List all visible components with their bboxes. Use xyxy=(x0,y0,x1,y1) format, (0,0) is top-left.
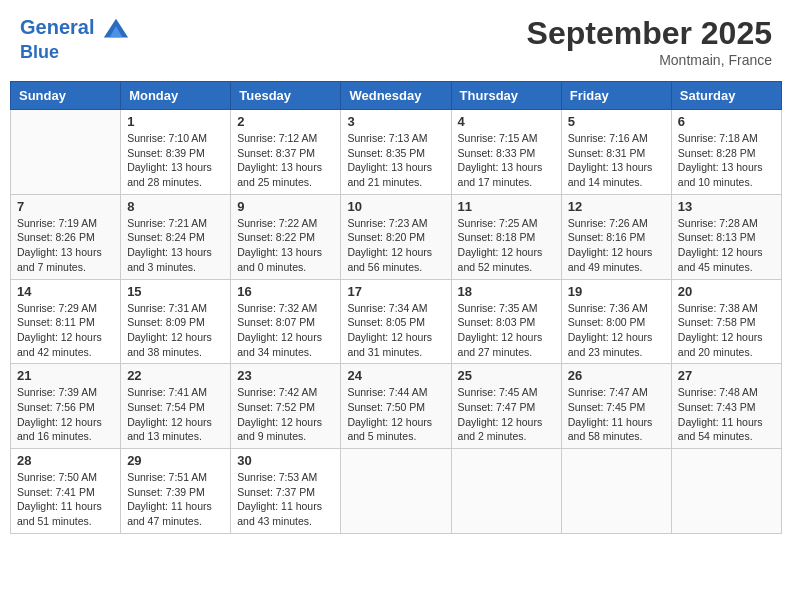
calendar-cell: 22Sunrise: 7:41 AM Sunset: 7:54 PM Dayli… xyxy=(121,364,231,449)
day-info: Sunrise: 7:26 AM Sunset: 8:16 PM Dayligh… xyxy=(568,216,665,275)
day-info: Sunrise: 7:34 AM Sunset: 8:05 PM Dayligh… xyxy=(347,301,444,360)
calendar-cell: 18Sunrise: 7:35 AM Sunset: 8:03 PM Dayli… xyxy=(451,279,561,364)
day-number: 27 xyxy=(678,368,775,383)
calendar-cell: 12Sunrise: 7:26 AM Sunset: 8:16 PM Dayli… xyxy=(561,194,671,279)
logo-blue: Blue xyxy=(20,43,130,63)
calendar-cell xyxy=(561,449,671,534)
day-number: 18 xyxy=(458,284,555,299)
day-number: 21 xyxy=(17,368,114,383)
day-info: Sunrise: 7:47 AM Sunset: 7:45 PM Dayligh… xyxy=(568,385,665,444)
day-info: Sunrise: 7:38 AM Sunset: 7:58 PM Dayligh… xyxy=(678,301,775,360)
calendar-cell: 11Sunrise: 7:25 AM Sunset: 8:18 PM Dayli… xyxy=(451,194,561,279)
weekday-header: Thursday xyxy=(451,82,561,110)
calendar-cell xyxy=(451,449,561,534)
calendar-cell: 7Sunrise: 7:19 AM Sunset: 8:26 PM Daylig… xyxy=(11,194,121,279)
day-number: 3 xyxy=(347,114,444,129)
day-info: Sunrise: 7:35 AM Sunset: 8:03 PM Dayligh… xyxy=(458,301,555,360)
day-number: 4 xyxy=(458,114,555,129)
calendar-cell: 4Sunrise: 7:15 AM Sunset: 8:33 PM Daylig… xyxy=(451,110,561,195)
day-number: 23 xyxy=(237,368,334,383)
day-number: 24 xyxy=(347,368,444,383)
calendar-cell: 19Sunrise: 7:36 AM Sunset: 8:00 PM Dayli… xyxy=(561,279,671,364)
calendar-cell: 15Sunrise: 7:31 AM Sunset: 8:09 PM Dayli… xyxy=(121,279,231,364)
day-number: 6 xyxy=(678,114,775,129)
day-number: 9 xyxy=(237,199,334,214)
calendar-week-row: 1Sunrise: 7:10 AM Sunset: 8:39 PM Daylig… xyxy=(11,110,782,195)
calendar-cell: 28Sunrise: 7:50 AM Sunset: 7:41 PM Dayli… xyxy=(11,449,121,534)
day-number: 19 xyxy=(568,284,665,299)
location: Montmain, France xyxy=(527,52,772,68)
day-number: 20 xyxy=(678,284,775,299)
day-number: 5 xyxy=(568,114,665,129)
day-info: Sunrise: 7:10 AM Sunset: 8:39 PM Dayligh… xyxy=(127,131,224,190)
day-number: 17 xyxy=(347,284,444,299)
day-number: 7 xyxy=(17,199,114,214)
month-year: September 2025 xyxy=(527,15,772,52)
day-info: Sunrise: 7:42 AM Sunset: 7:52 PM Dayligh… xyxy=(237,385,334,444)
calendar-cell: 1Sunrise: 7:10 AM Sunset: 8:39 PM Daylig… xyxy=(121,110,231,195)
calendar-cell: 17Sunrise: 7:34 AM Sunset: 8:05 PM Dayli… xyxy=(341,279,451,364)
calendar-week-row: 14Sunrise: 7:29 AM Sunset: 8:11 PM Dayli… xyxy=(11,279,782,364)
logo-text: General xyxy=(20,15,130,43)
day-info: Sunrise: 7:21 AM Sunset: 8:24 PM Dayligh… xyxy=(127,216,224,275)
calendar-cell: 29Sunrise: 7:51 AM Sunset: 7:39 PM Dayli… xyxy=(121,449,231,534)
calendar-cell: 10Sunrise: 7:23 AM Sunset: 8:20 PM Dayli… xyxy=(341,194,451,279)
day-info: Sunrise: 7:51 AM Sunset: 7:39 PM Dayligh… xyxy=(127,470,224,529)
calendar-cell: 3Sunrise: 7:13 AM Sunset: 8:35 PM Daylig… xyxy=(341,110,451,195)
day-info: Sunrise: 7:13 AM Sunset: 8:35 PM Dayligh… xyxy=(347,131,444,190)
day-info: Sunrise: 7:18 AM Sunset: 8:28 PM Dayligh… xyxy=(678,131,775,190)
day-info: Sunrise: 7:22 AM Sunset: 8:22 PM Dayligh… xyxy=(237,216,334,275)
day-info: Sunrise: 7:39 AM Sunset: 7:56 PM Dayligh… xyxy=(17,385,114,444)
day-number: 26 xyxy=(568,368,665,383)
calendar-cell xyxy=(341,449,451,534)
day-number: 15 xyxy=(127,284,224,299)
day-number: 13 xyxy=(678,199,775,214)
calendar-cell: 25Sunrise: 7:45 AM Sunset: 7:47 PM Dayli… xyxy=(451,364,561,449)
day-info: Sunrise: 7:29 AM Sunset: 8:11 PM Dayligh… xyxy=(17,301,114,360)
day-info: Sunrise: 7:45 AM Sunset: 7:47 PM Dayligh… xyxy=(458,385,555,444)
calendar-cell: 23Sunrise: 7:42 AM Sunset: 7:52 PM Dayli… xyxy=(231,364,341,449)
day-info: Sunrise: 7:16 AM Sunset: 8:31 PM Dayligh… xyxy=(568,131,665,190)
weekday-header: Monday xyxy=(121,82,231,110)
calendar-cell: 16Sunrise: 7:32 AM Sunset: 8:07 PM Dayli… xyxy=(231,279,341,364)
weekday-header: Sunday xyxy=(11,82,121,110)
day-number: 30 xyxy=(237,453,334,468)
day-info: Sunrise: 7:23 AM Sunset: 8:20 PM Dayligh… xyxy=(347,216,444,275)
day-number: 11 xyxy=(458,199,555,214)
calendar-cell: 24Sunrise: 7:44 AM Sunset: 7:50 PM Dayli… xyxy=(341,364,451,449)
day-info: Sunrise: 7:15 AM Sunset: 8:33 PM Dayligh… xyxy=(458,131,555,190)
day-number: 8 xyxy=(127,199,224,214)
day-info: Sunrise: 7:32 AM Sunset: 8:07 PM Dayligh… xyxy=(237,301,334,360)
day-number: 25 xyxy=(458,368,555,383)
calendar-header-row: SundayMondayTuesdayWednesdayThursdayFrid… xyxy=(11,82,782,110)
calendar-cell: 30Sunrise: 7:53 AM Sunset: 7:37 PM Dayli… xyxy=(231,449,341,534)
calendar-cell: 13Sunrise: 7:28 AM Sunset: 8:13 PM Dayli… xyxy=(671,194,781,279)
weekday-header: Tuesday xyxy=(231,82,341,110)
calendar-cell: 27Sunrise: 7:48 AM Sunset: 7:43 PM Dayli… xyxy=(671,364,781,449)
calendar-week-row: 28Sunrise: 7:50 AM Sunset: 7:41 PM Dayli… xyxy=(11,449,782,534)
day-info: Sunrise: 7:19 AM Sunset: 8:26 PM Dayligh… xyxy=(17,216,114,275)
day-number: 14 xyxy=(17,284,114,299)
calendar-cell: 8Sunrise: 7:21 AM Sunset: 8:24 PM Daylig… xyxy=(121,194,231,279)
day-info: Sunrise: 7:12 AM Sunset: 8:37 PM Dayligh… xyxy=(237,131,334,190)
calendar-cell: 14Sunrise: 7:29 AM Sunset: 8:11 PM Dayli… xyxy=(11,279,121,364)
calendar-cell: 5Sunrise: 7:16 AM Sunset: 8:31 PM Daylig… xyxy=(561,110,671,195)
calendar-cell: 21Sunrise: 7:39 AM Sunset: 7:56 PM Dayli… xyxy=(11,364,121,449)
day-number: 1 xyxy=(127,114,224,129)
calendar-cell: 6Sunrise: 7:18 AM Sunset: 8:28 PM Daylig… xyxy=(671,110,781,195)
day-info: Sunrise: 7:31 AM Sunset: 8:09 PM Dayligh… xyxy=(127,301,224,360)
title-block: September 2025 Montmain, France xyxy=(527,15,772,68)
day-info: Sunrise: 7:44 AM Sunset: 7:50 PM Dayligh… xyxy=(347,385,444,444)
day-info: Sunrise: 7:48 AM Sunset: 7:43 PM Dayligh… xyxy=(678,385,775,444)
calendar-cell: 26Sunrise: 7:47 AM Sunset: 7:45 PM Dayli… xyxy=(561,364,671,449)
day-number: 12 xyxy=(568,199,665,214)
calendar-cell: 2Sunrise: 7:12 AM Sunset: 8:37 PM Daylig… xyxy=(231,110,341,195)
calendar-cell xyxy=(671,449,781,534)
weekday-header: Saturday xyxy=(671,82,781,110)
calendar-cell xyxy=(11,110,121,195)
day-info: Sunrise: 7:50 AM Sunset: 7:41 PM Dayligh… xyxy=(17,470,114,529)
calendar-table: SundayMondayTuesdayWednesdayThursdayFrid… xyxy=(10,81,782,534)
weekday-header: Friday xyxy=(561,82,671,110)
calendar-week-row: 7Sunrise: 7:19 AM Sunset: 8:26 PM Daylig… xyxy=(11,194,782,279)
calendar-cell: 20Sunrise: 7:38 AM Sunset: 7:58 PM Dayli… xyxy=(671,279,781,364)
